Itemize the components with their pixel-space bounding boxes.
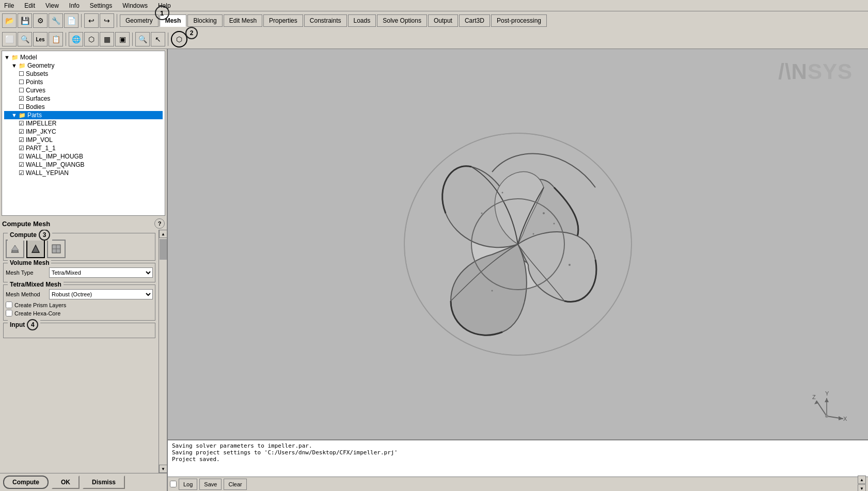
log-scroll-up[interactable]: ▲ bbox=[858, 476, 866, 484]
tree-item-surfaces[interactable]: ☑ Surfaces bbox=[4, 94, 163, 103]
toolbar-r2-6[interactable]: ⬡ bbox=[84, 32, 99, 46]
hexa-core-checkbox[interactable] bbox=[6, 310, 12, 316]
svg-text:X: X bbox=[843, 416, 847, 422]
tree-item-points[interactable]: ☐ Points bbox=[4, 78, 163, 86]
toolbar-r2-5[interactable]: 🌐 bbox=[69, 32, 83, 46]
checkbox-subsets[interactable]: ☐ bbox=[19, 70, 24, 77]
menu-help[interactable]: Help bbox=[156, 1, 173, 10]
mesh-method-select[interactable]: Robust (Octree) bbox=[49, 289, 153, 299]
tab-loads[interactable]: Loads bbox=[348, 14, 376, 27]
tab-geometry[interactable]: Geometry bbox=[120, 14, 159, 27]
toolbar-r2-1[interactable]: ⬜ bbox=[2, 32, 17, 46]
toolbar-sep-2 bbox=[117, 14, 117, 27]
checkbox-wall-hougb[interactable]: ☑ bbox=[19, 153, 24, 160]
viewport[interactable]: /\NSYS bbox=[168, 49, 868, 439]
tab-solve-options[interactable]: Solve Options bbox=[377, 14, 427, 27]
tree-expand-icon: ▼ bbox=[4, 54, 10, 60]
tab-properties[interactable]: Properties bbox=[263, 14, 303, 27]
toolbar-r2-7[interactable]: ▦ bbox=[100, 32, 114, 46]
tree-item-model[interactable]: ▼ 📁 Model bbox=[4, 53, 163, 61]
prism-layers-checkbox[interactable] bbox=[6, 302, 12, 308]
tab-blocking[interactable]: Blocking bbox=[187, 14, 222, 27]
tab-cart3d[interactable]: Cart3D bbox=[459, 14, 490, 27]
compute-icon-2[interactable] bbox=[26, 240, 45, 258]
toolbar-row-2: ⬜ 🔍 Les 📋 🌐 ⬡ ▦ ▣ 🔍 ↖ ⬡ 2 bbox=[0, 30, 868, 49]
compute-icon-1[interactable] bbox=[6, 240, 24, 258]
toolbar-open-btn[interactable]: 📂 bbox=[2, 13, 17, 28]
compute-button[interactable]: Compute bbox=[3, 476, 49, 489]
toolbar-btn-4[interactable]: 🔧 bbox=[49, 13, 63, 28]
tree-item-geometry[interactable]: ▼ 📁 Geometry bbox=[4, 61, 163, 70]
checkbox-wall-yepian[interactable]: ☑ bbox=[19, 169, 24, 177]
menu-file[interactable]: File bbox=[2, 1, 16, 10]
mesh-type-select[interactable]: Tetra/Mixed bbox=[49, 267, 153, 278]
toolbar-undo-btn[interactable]: ↩ bbox=[84, 13, 99, 28]
tab-post-processing[interactable]: Post-processing bbox=[491, 14, 547, 27]
tree-item-curves[interactable]: ☐ Curves bbox=[4, 86, 163, 94]
tab-constraints[interactable]: Constraints bbox=[304, 14, 347, 27]
scroll-up-arrow[interactable]: ▲ bbox=[159, 230, 167, 238]
menu-edit[interactable]: Edit bbox=[22, 1, 37, 10]
tree-item-wall-yepian[interactable]: ☑ WALL_YEPIAN bbox=[4, 169, 163, 177]
tab-output[interactable]: Output bbox=[428, 14, 458, 27]
compute-mesh-section: Compute Mesh ? Compute 3 bbox=[0, 217, 167, 491]
tab-mesh[interactable]: Mesh 1 bbox=[160, 14, 187, 27]
toolbar-r2-4[interactable]: 📋 bbox=[49, 32, 63, 46]
tree-item-imp-jkyc[interactable]: ☑ IMP_JKYC bbox=[4, 128, 163, 136]
svg-marker-1 bbox=[11, 245, 19, 250]
toolbar-save-btn[interactable]: 💾 bbox=[18, 13, 32, 28]
menu-windows[interactable]: Windows bbox=[120, 1, 150, 10]
scroll-thumb[interactable] bbox=[160, 239, 167, 260]
toolbar-r2-10[interactable]: ↖ bbox=[151, 32, 165, 46]
checkbox-part-1-1[interactable]: ☑ bbox=[19, 145, 24, 152]
compute-icon-3[interactable] bbox=[47, 240, 66, 258]
ok-button[interactable]: OK bbox=[52, 476, 80, 489]
tab-bar: Geometry Mesh 1 Blocking Edit Mesh Prope… bbox=[120, 13, 547, 28]
toolbar-r2-9[interactable]: 🔍 bbox=[135, 32, 150, 46]
tree-item-wall-qiangb[interactable]: ☑ WALL_IMP_QIANGB bbox=[4, 161, 163, 169]
checkbox-curves[interactable]: ☐ bbox=[19, 87, 24, 94]
log-log-button[interactable]: Log bbox=[179, 479, 197, 490]
log-checkbox[interactable] bbox=[170, 481, 177, 487]
scroll-down-arrow[interactable]: ▼ bbox=[159, 465, 167, 473]
checkbox-wall-qiangb[interactable]: ☑ bbox=[19, 161, 24, 168]
svg-point-27 bbox=[825, 415, 828, 418]
svg-text:Y: Y bbox=[825, 390, 829, 397]
help-button[interactable]: ? bbox=[154, 218, 165, 229]
menu-settings[interactable]: Settings bbox=[88, 1, 114, 10]
left-panel: ▼ 📁 Model ▼ 📁 Geometry ☐ Subsets bbox=[0, 49, 168, 491]
checkbox-bodies[interactable]: ☐ bbox=[19, 103, 24, 110]
log-line-1: Saving solver parameters to impeller.par… bbox=[172, 442, 864, 449]
toolbar-r2-8[interactable]: ▣ bbox=[115, 32, 130, 46]
tree-item-wall-hougb[interactable]: ☑ WALL_IMP_HOUGB bbox=[4, 152, 163, 161]
tree-item-impeller[interactable]: ☑ IMPELLER bbox=[4, 119, 163, 128]
toolbar-r2-3[interactable]: Les bbox=[33, 32, 48, 46]
toolbar-r2-2[interactable]: 🔍 bbox=[18, 32, 32, 46]
log-save-button[interactable]: Save bbox=[199, 479, 222, 490]
checkbox-points[interactable]: ☐ bbox=[19, 78, 24, 86]
dismiss-button[interactable]: Dismiss bbox=[83, 476, 125, 489]
checkbox-imp-jkyc[interactable]: ☑ bbox=[19, 128, 24, 135]
compute-panel-title: Compute Mesh bbox=[2, 220, 50, 228]
menu-view[interactable]: View bbox=[43, 1, 61, 10]
toolbar-btn-3[interactable]: ⚙ bbox=[33, 13, 48, 28]
toolbar-redo-btn[interactable]: ↪ bbox=[100, 13, 114, 28]
toolbar-row-1: 📂 💾 ⚙ 🔧 📄 ↩ ↪ Geometry Mesh 1 Blocking E… bbox=[0, 11, 868, 30]
tree-item-bodies[interactable]: ☐ Bodies bbox=[4, 103, 163, 111]
compute-panel-title-bar: Compute Mesh ? bbox=[0, 217, 167, 230]
tree-item-part-1-1[interactable]: ☑ PART_1_1 bbox=[4, 144, 163, 152]
tree-expand-icon-2: ▼ bbox=[11, 62, 17, 69]
log-scroll-down[interactable]: ▼ bbox=[858, 484, 866, 491]
menu-info[interactable]: Info bbox=[67, 1, 82, 10]
tree-item-parts[interactable]: ▼ 📁 Parts bbox=[4, 111, 163, 119]
checkbox-imp-vol[interactable]: ☑ bbox=[19, 136, 24, 144]
checkbox-surfaces[interactable]: ☑ bbox=[19, 95, 24, 102]
checkbox-impeller[interactable]: ☑ bbox=[19, 120, 24, 127]
toolbar-r2-active[interactable]: ⬡ bbox=[171, 31, 187, 47]
toolbar-btn-5[interactable]: 📄 bbox=[64, 13, 78, 28]
compute-group-title: Compute 3 bbox=[8, 230, 52, 241]
tree-item-subsets[interactable]: ☐ Subsets bbox=[4, 70, 163, 78]
tree-item-imp-vol[interactable]: ☑ IMP_VOL bbox=[4, 136, 163, 144]
log-clear-button[interactable]: Clear bbox=[224, 479, 246, 490]
tab-edit-mesh[interactable]: Edit Mesh bbox=[224, 14, 262, 27]
